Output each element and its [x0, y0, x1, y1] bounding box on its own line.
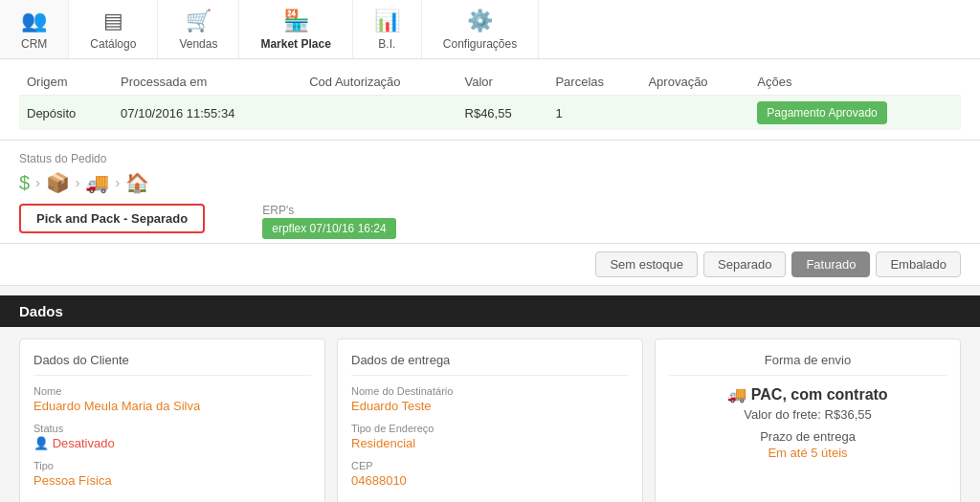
nav-marketplace-label: Market Place [260, 37, 330, 51]
cell-parcelas: 1 [547, 96, 640, 131]
nav-marketplace[interactable]: 🏪 Market Place [239, 0, 352, 58]
erp-section: ERP's erpflex 07/10/16 16:24 [262, 204, 395, 235]
box-icon: 📦 [46, 171, 70, 194]
table-row: Depósito 07/10/2016 11:55:34 R$46,55 1 P… [19, 96, 961, 131]
dados-title: Dados [19, 303, 63, 319]
configuracoes-icon: ⚙️ [467, 9, 493, 33]
vendas-icon: 🛒 [186, 9, 212, 33]
status-icon: 👤 [33, 436, 49, 450]
col-cod: Cod Autorização [301, 69, 457, 96]
pagamento-aprovado-button[interactable]: Pagamento Aprovado [757, 101, 886, 124]
status-value: 👤 Desativado [33, 436, 311, 450]
nav-crm-label: CRM [21, 37, 47, 51]
cep-label: CEP [351, 460, 629, 471]
envio-truck-icon: 🚚 [727, 386, 746, 403]
dollar-icon: $ [19, 172, 30, 194]
pick-pack-button[interactable]: Pick and Pack - Separado [19, 204, 205, 233]
status-text: Desativado [53, 436, 115, 450]
status-bottom-row: Pick and Pack - Separado ERP's erpflex 0… [19, 204, 961, 235]
card-envio: Forma de envio 🚚 PAC, com contrato Valor… [655, 338, 961, 502]
status-pedido-label: Status do Pedido [19, 152, 961, 165]
cell-processada: 07/10/2016 11:55:34 [113, 96, 301, 131]
nome-label: Nome [33, 385, 311, 397]
cell-cod [301, 96, 457, 131]
btn-embalado[interactable]: Embalado [876, 251, 961, 277]
nome-value: Eduardo Meula Maria da Silva [33, 399, 311, 413]
card-cliente-title: Dados do Cliente [33, 353, 311, 376]
cell-origem: Depósito [19, 96, 113, 131]
tipo-endereco-label: Tipo de Endereço [351, 423, 629, 434]
destinatario-value: Eduardo Teste [351, 399, 629, 413]
cell-valor: R$46,55 [457, 96, 548, 131]
btn-faturado[interactable]: Faturado [791, 251, 870, 277]
cep-value: 04688010 [351, 473, 629, 488]
card-envio-title: Forma de envio [669, 353, 947, 376]
catalogo-icon: ▤ [103, 9, 123, 33]
envio-method-name: PAC, com contrato [751, 386, 888, 403]
envio-prazo-label: Prazo de entrega [669, 429, 947, 444]
bi-icon: 📊 [374, 9, 400, 33]
col-aprovacao: Aprovação [640, 69, 749, 96]
arrow2: › [76, 175, 80, 190]
nav-vendas[interactable]: 🛒 Vendas [158, 0, 239, 58]
card-cliente: Dados do Cliente Nome Eduardo Meula Mari… [19, 338, 325, 502]
marketplace-icon: 🏪 [283, 9, 309, 33]
nav-configuracoes[interactable]: ⚙️ Configurações [422, 0, 539, 58]
col-processada: Processada em [113, 69, 301, 96]
main-content: Origem Processada em Cod Autorização Val… [0, 59, 980, 502]
erp-badge: erpflex 07/10/16 16:24 [262, 218, 395, 239]
erp-label: ERP's [262, 204, 395, 217]
card-entrega-title: Dados de entrega [351, 353, 629, 376]
envio-frete: Valor do frete: R$36,55 [669, 407, 947, 422]
home-icon: 🏠 [125, 171, 149, 194]
col-parcelas: Parcelas [547, 69, 640, 96]
nav-catalogo-label: Catálogo [90, 37, 136, 51]
cell-acao: Pagamento Aprovado [749, 96, 961, 131]
cell-aprovacao [640, 96, 749, 131]
col-acoes: Ações [749, 69, 961, 96]
status-section: Status do Pedido $ › 📦 › 🚚 › 🏠 Pick and … [0, 141, 980, 244]
status-icons: $ › 📦 › 🚚 › 🏠 [19, 171, 961, 194]
arrow1: › [35, 175, 40, 190]
btn-sem-estoque[interactable]: Sem estoque [595, 251, 698, 277]
envio-prazo-value: Em até 5 úteis [669, 446, 947, 460]
envio-method: 🚚 PAC, com contrato [669, 385, 947, 404]
tipo-value: Pessoa Física [33, 473, 311, 488]
payment-section: Origem Processada em Cod Autorização Val… [0, 59, 980, 141]
crm-icon: 👥 [21, 9, 47, 33]
dados-section-header: Dados [0, 295, 980, 327]
nav-crm[interactable]: 👥 CRM [0, 0, 69, 58]
nav-catalogo[interactable]: ▤ Catálogo [69, 0, 158, 58]
col-valor: Valor [457, 69, 548, 96]
tipo-label: Tipo [33, 460, 311, 471]
dados-cards: Dados do Cliente Nome Eduardo Meula Mari… [0, 327, 980, 502]
nav-configuracoes-label: Configurações [443, 37, 517, 51]
nav-vendas-label: Vendas [179, 37, 217, 51]
stock-buttons-row: Sem estoque Separado Faturado Embalado [0, 244, 980, 286]
nav-bi-label: B.I. [378, 37, 395, 51]
status-label: Status [33, 423, 311, 434]
destinatario-label: Nome do Destinatário [351, 385, 629, 397]
arrow3: › [115, 175, 120, 190]
col-origem: Origem [19, 69, 113, 96]
card-entrega: Dados de entrega Nome do Destinatário Ed… [337, 338, 643, 502]
btn-separado[interactable]: Separado [703, 251, 786, 277]
truck-icon: 🚚 [85, 171, 109, 194]
nav-bi[interactable]: 📊 B.I. [353, 0, 422, 58]
payment-table: Origem Processada em Cod Autorização Val… [19, 69, 961, 130]
top-nav: 👥 CRM ▤ Catálogo 🛒 Vendas 🏪 Market Place… [0, 0, 980, 59]
tipo-endereco-value: Residencial [351, 436, 629, 450]
